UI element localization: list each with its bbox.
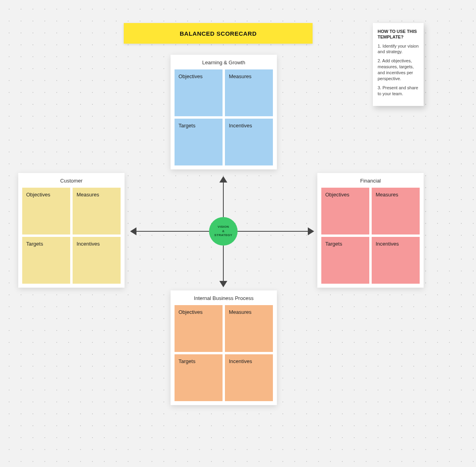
title-banner: BALANCED SCORECARD: [124, 23, 313, 44]
cell-targets[interactable]: Targets: [321, 237, 369, 284]
cell-incentives[interactable]: Incentives: [225, 119, 273, 165]
center-vision-strategy[interactable]: VISION & STRATEGY: [209, 217, 238, 246]
title-text: BALANCED SCORECARD: [180, 30, 257, 37]
cell-incentives[interactable]: Incentives: [225, 354, 273, 401]
help-card[interactable]: HOW TO USE THIS TEMPLATE? 1. Identify yo…: [373, 23, 424, 106]
cell-measures[interactable]: Measures: [225, 305, 273, 352]
cell-targets[interactable]: Targets: [175, 354, 223, 401]
center-line1: VISION: [218, 225, 229, 229]
perspective-financial[interactable]: Financial Objectives Measures Targets In…: [317, 173, 424, 288]
help-step-3: 3. Present and share to your team.: [378, 85, 419, 97]
cell-objectives[interactable]: Objectives: [175, 69, 223, 116]
perspective-internal-business-process[interactable]: Internal Business Process Objectives Mea…: [171, 290, 277, 405]
cell-objectives[interactable]: Objectives: [175, 305, 223, 352]
perspective-title: Internal Business Process: [175, 295, 273, 302]
cell-objectives[interactable]: Objectives: [321, 188, 369, 234]
cell-measures[interactable]: Measures: [73, 188, 121, 234]
perspective-title: Customer: [22, 178, 121, 184]
cell-incentives[interactable]: Incentives: [372, 237, 420, 284]
center-line3: STRATEGY: [214, 233, 232, 237]
cell-measures[interactable]: Measures: [372, 188, 420, 234]
cell-measures[interactable]: Measures: [225, 69, 273, 116]
cell-targets[interactable]: Targets: [22, 237, 70, 284]
help-title: HOW TO USE THIS TEMPLATE?: [378, 29, 419, 40]
help-step-1: 1. Identify your vision and strategy.: [378, 43, 419, 55]
perspective-learning-growth[interactable]: Learning & Growth Objectives Measures Ta…: [171, 55, 277, 169]
perspective-title: Financial: [321, 178, 420, 184]
cell-targets[interactable]: Targets: [175, 119, 223, 165]
perspective-customer[interactable]: Customer Objectives Measures Targets Inc…: [18, 173, 125, 288]
perspective-title: Learning & Growth: [175, 60, 273, 66]
cell-objectives[interactable]: Objectives: [22, 188, 70, 234]
cell-incentives[interactable]: Incentives: [73, 237, 121, 284]
help-step-2: 2. Add objectives, measures, targets, an…: [378, 58, 419, 81]
center-line2: &: [222, 229, 225, 233]
